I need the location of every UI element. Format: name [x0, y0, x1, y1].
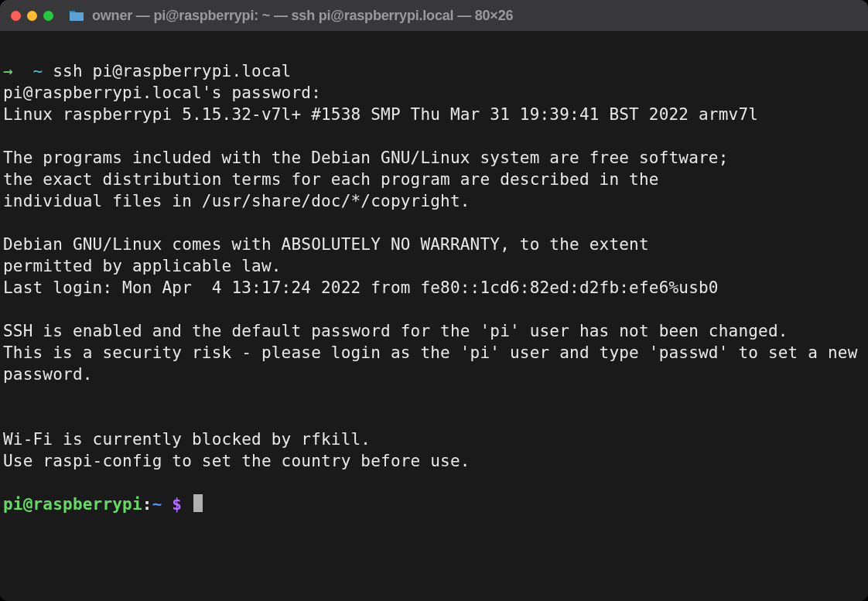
terminal-window: owner — pi@raspberrypi: ~ — ssh pi@raspb…: [0, 0, 868, 601]
prompt-path: ~: [33, 62, 43, 80]
window-title: owner — pi@raspberrypi: ~ — ssh pi@raspb…: [92, 8, 513, 24]
remote-prompt-userhost: pi@raspberrypi: [3, 495, 142, 514]
motd-line: permitted by applicable law.: [3, 257, 282, 275]
wifi-line: Use raspi-config to set the country befo…: [3, 452, 470, 470]
cursor-icon: [193, 494, 203, 512]
motd-line: the exact distribution terms for each pr…: [3, 170, 659, 189]
maximize-icon[interactable]: [43, 11, 53, 21]
remote-prompt-separator: :: [142, 495, 152, 514]
minimize-icon[interactable]: [27, 11, 37, 21]
last-login-line: Last login: Mon Apr 4 13:17:24 2022 from…: [3, 278, 719, 297]
motd-line: The programs included with the Debian GN…: [3, 149, 729, 167]
password-prompt: pi@raspberrypi.local's password:: [3, 84, 321, 102]
ssh-warning-line: SSH is enabled and the default password …: [3, 322, 788, 340]
command-text: ssh pi@raspberrypi.local: [53, 62, 291, 80]
close-icon[interactable]: [11, 11, 21, 21]
uname-line: Linux raspberrypi 5.15.32-v7l+ #1538 SMP…: [3, 105, 758, 124]
remote-prompt-dollar: $: [172, 495, 182, 514]
motd-line: individual files in /usr/share/doc/*/cop…: [3, 192, 470, 210]
remote-prompt-path: ~: [152, 495, 173, 514]
wifi-line: Wi-Fi is currently blocked by rfkill.: [3, 430, 371, 449]
terminal-output[interactable]: → ~ ssh pi@raspberrypi.local pi@raspberr…: [0, 31, 868, 601]
motd-line: Debian GNU/Linux comes with ABSOLUTELY N…: [3, 235, 649, 254]
title-bar: owner — pi@raspberrypi: ~ — ssh pi@raspb…: [0, 0, 868, 31]
window-controls: [11, 11, 53, 21]
prompt-arrow-icon: →: [3, 62, 13, 80]
folder-icon: [69, 9, 84, 22]
ssh-warning-line: This is a security risk - please login a…: [3, 343, 867, 384]
